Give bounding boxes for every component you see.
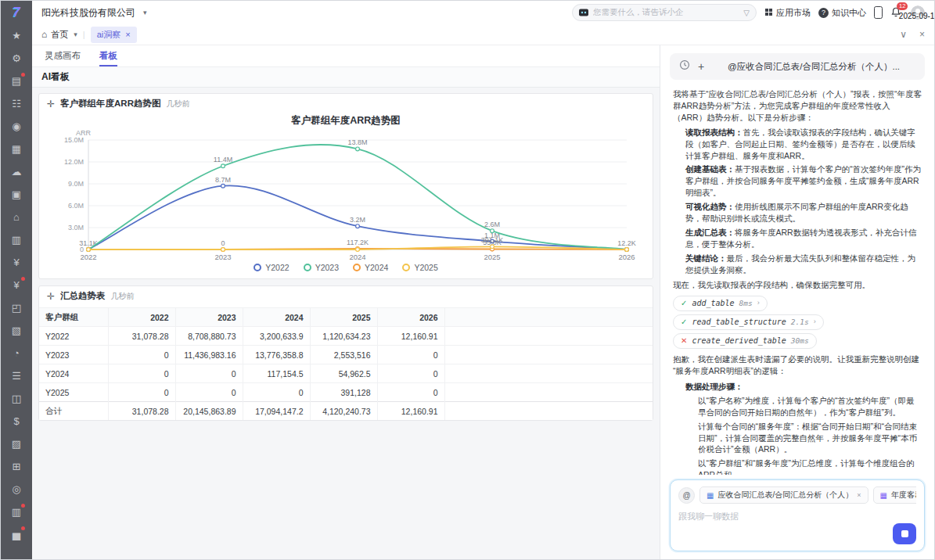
table-col-header: 2023	[175, 308, 243, 327]
board-title: AI看板	[32, 67, 660, 88]
table-col-header: 客户群组	[39, 308, 108, 327]
red-dot-badge	[21, 277, 25, 281]
chat-title: @应收合同汇总表/合同汇总分析（个人）...	[712, 61, 915, 73]
app-market-icon	[764, 8, 773, 18]
check-icon: ✓	[681, 317, 687, 328]
legend-item-y2022[interactable]: Y2022	[254, 263, 289, 272]
close-icon[interactable]: ×	[919, 29, 925, 40]
archive-icon[interactable]: ◰	[1, 296, 32, 319]
id-card-icon[interactable]: ◫	[1, 387, 32, 410]
chat-step-item: 关键结论：最后，我会分析最大流失队列和整体留存稳定性，为您提供业务洞察。	[685, 253, 922, 276]
cart-icon[interactable]: ▣	[1, 183, 32, 206]
network-icon[interactable]: ⊞	[1, 455, 32, 478]
alarm-icon[interactable]: ◔	[1, 342, 32, 364]
user-icon[interactable]: ◉	[1, 115, 32, 138]
company-caret-icon[interactable]: ▾	[143, 9, 147, 16]
table-icon: ▦	[707, 491, 714, 500]
tab-home[interactable]: ⌂ 首页	[41, 29, 68, 41]
chart-card-title: 客户群组年度ARR趋势图	[60, 98, 160, 109]
tool-call-chip-create_derived_table[interactable]: ✕create_derived_table30ms	[673, 333, 817, 349]
svg-text:3.2M: 3.2M	[350, 216, 365, 224]
target-icon[interactable]: ◎	[1, 478, 32, 501]
svg-text:13.8M: 13.8M	[347, 138, 367, 146]
clipboard-icon[interactable]: ▥	[1, 501, 32, 523]
move-icon[interactable]: ✛	[47, 291, 55, 302]
table-card-title: 汇总趋势表	[60, 290, 106, 302]
app-window: 7 ★⚙▤☷◉▦☁▣⌂▥¥¥◰▧◔☰◫$▨⊞◎▥▅ 阳光科技股份有限公司 ▾ 您…	[0, 0, 935, 560]
app-logo-icon[interactable]: 7	[1, 1, 32, 24]
context-chip[interactable]: ▦应收合同汇总表/合同汇总分析（个人）×	[699, 486, 868, 504]
svg-text:2023: 2023	[214, 253, 231, 261]
legend-item-y2025[interactable]: Y2025	[402, 263, 437, 272]
toolbox-icon[interactable]: ⚙	[1, 47, 32, 70]
svg-text:15.0M: 15.0M	[64, 136, 84, 144]
cloud-icon[interactable]: ☁	[1, 160, 32, 183]
mobile-icon[interactable]	[874, 6, 883, 19]
chat-sub-item: 以“客户群组”和“服务年度”为汇总维度，计算每个维度组合的ARR总和。	[698, 458, 922, 475]
drawer-icon[interactable]: ▥	[1, 228, 32, 251]
chat-section-heading: 数据处理步骤：	[685, 381, 922, 393]
svg-text:3.0M: 3.0M	[68, 224, 84, 232]
move-icon[interactable]: ✛	[47, 99, 55, 109]
file-icon[interactable]: ▧	[1, 319, 32, 342]
stop-button[interactable]	[893, 523, 916, 544]
tool-call-row: ✓read_table_structure2.1s›	[673, 313, 922, 332]
form-icon[interactable]: ☰	[1, 364, 32, 387]
legend-ring-icon	[304, 264, 311, 271]
svg-text:2.6M: 2.6M	[484, 221, 500, 228]
tab-inspiration-canvas[interactable]: 灵感画布	[45, 50, 81, 66]
invoice-yen-icon[interactable]: ¥	[1, 251, 32, 274]
table-row: 合计31,078.2820,145,863.8917,094,147.24,12…	[39, 402, 653, 421]
home-tab-label: 首页	[51, 29, 68, 41]
arr-trend-chart: ARR03.0M6.0M9.0M12.0M15.0M20222023202420…	[52, 127, 639, 262]
tab-ai-insight[interactable]: ai洞察 ×	[91, 27, 137, 43]
assistant-search-input[interactable]: 您需要什么，请告诉小企 ▽	[572, 4, 757, 21]
chip-remove-icon[interactable]: ×	[857, 491, 861, 499]
ai-chat-panel: + @应收合同汇总表/合同汇总分析（个人）... 我将基于“应收合同汇总表/合同…	[660, 45, 934, 559]
svg-text:8.7M: 8.7M	[215, 176, 231, 184]
chat-step-item: 读取报表结构：首先，我会读取该报表的字段结构，确认关键字段（如客户、合同起止日期…	[685, 127, 922, 162]
history-clock-icon[interactable]	[679, 59, 690, 74]
tabs-dropdown-icon[interactable]: ▾	[74, 31, 77, 38]
svg-text:6.0M: 6.0M	[68, 202, 84, 210]
chat-input-box[interactable]: @ ▦应收合同汇总表/合同汇总分析（个人）×▦年度客群ARR趋势分析× 跟我聊一…	[670, 479, 925, 551]
org-icon[interactable]: ▦	[1, 138, 32, 160]
shield-yen-icon[interactable]: ¥	[1, 274, 32, 296]
svg-text:0: 0	[221, 239, 225, 247]
new-chat-icon[interactable]: +	[698, 60, 704, 73]
legend-item-y2024[interactable]: Y2024	[353, 263, 388, 272]
tool-call-chip-add_table[interactable]: ✓add_table8ms›	[673, 296, 768, 311]
table-header-row: 客户群组20222023202420252026	[39, 308, 653, 327]
mention-button[interactable]: @	[678, 487, 695, 504]
chat-step-item: 生成汇总表：将服务年度ARR数据转为透视表形式，补充合计信息，便于整体分析。	[685, 227, 922, 250]
company-name[interactable]: 阳光科技股份有限公司	[41, 6, 135, 20]
finance-card-icon[interactable]: ▤	[1, 70, 32, 92]
table-card-time: 几秒前	[111, 291, 135, 302]
chat-step-item: 创建基础表：基于报表数据，计算每个客户的“首次签约年度”作为客户群组，并按合同服…	[685, 163, 922, 199]
legend-ring-icon	[402, 264, 410, 271]
method-icon: ▦	[880, 491, 887, 500]
ai-insight-tab-label: ai洞察	[97, 29, 121, 41]
bar-chart-icon[interactable]: ▅	[1, 523, 32, 546]
stop-icon	[901, 530, 908, 537]
board-tabs: 灵感画布 看板	[32, 45, 660, 67]
chat-header: + @应收合同汇总表/合同汇总分析（个人）...	[670, 53, 925, 80]
chat-paragraph: 我将基于“应收合同汇总表/合同汇总分析（个人）”报表，按照“年度客群ARR趋势分…	[673, 88, 922, 124]
svg-text:12.2K: 12.2K	[617, 239, 636, 247]
tool-call-chip-read_table_structure[interactable]: ✓read_table_structure2.1s›	[673, 314, 824, 330]
bank-icon[interactable]: ⌂	[1, 206, 32, 228]
knowledge-center-button[interactable]: ? 知识中心	[818, 7, 866, 19]
tab-board[interactable]: 看板	[99, 50, 117, 66]
star-icon[interactable]: ★	[1, 24, 32, 47]
app-market-button[interactable]: 应用市场	[764, 7, 811, 19]
dollar-doc-icon[interactable]: $	[1, 410, 32, 433]
collapse-icon[interactable]: ∨	[900, 29, 907, 40]
legend-item-y2023[interactable]: Y2023	[304, 263, 339, 272]
filter-icon[interactable]: ▽	[743, 9, 750, 17]
report-icon[interactable]: ▨	[1, 433, 32, 455]
table-row: Y202400117,154.554,962.50	[39, 364, 653, 383]
layers-icon[interactable]: ☷	[1, 92, 32, 115]
context-chip[interactable]: ▦年度客群ARR趋势分析×	[873, 486, 917, 504]
table-card: ✛ 汇总趋势表 几秒前 客户群组20222023202420252026 Y20…	[38, 285, 653, 421]
tab-close-icon[interactable]: ×	[125, 30, 130, 39]
